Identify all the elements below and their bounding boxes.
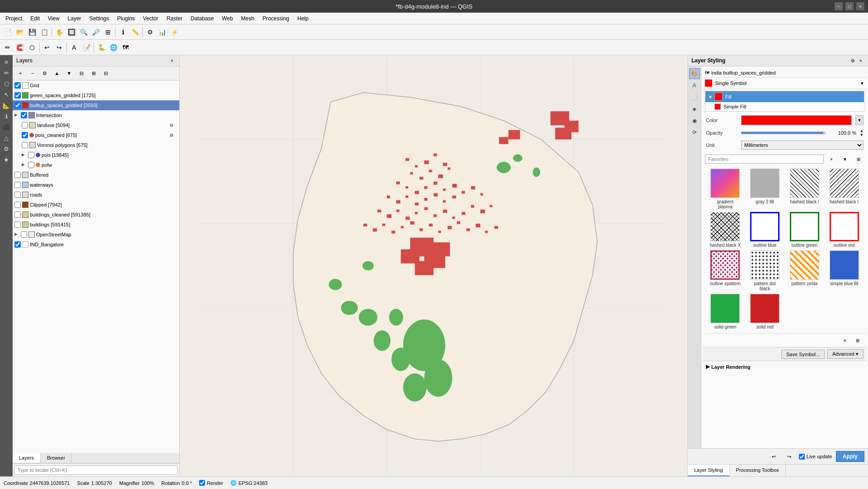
map-area[interactable] xyxy=(180,55,687,476)
ri-3d-button[interactable]: ◈ xyxy=(689,103,700,114)
annotation-button[interactable]: 📝 xyxy=(80,42,92,53)
layer-item-openstreetmap[interactable]: ▶ OpenStreetMap xyxy=(13,230,179,240)
layer-item-buildings[interactable]: buildings [591415] xyxy=(13,220,179,230)
layer-item-pois-cleaned[interactable]: pois_cleaned [675] ⊟ xyxy=(13,130,179,140)
digitize-button[interactable]: ✏ xyxy=(2,42,14,53)
undo-button[interactable]: ↩ xyxy=(41,42,53,53)
sym-hashed-slash[interactable]: hashed black / xyxy=(786,169,823,209)
sidebar-layers-icon[interactable]: ≡ xyxy=(1,57,11,67)
layer-item-waterways[interactable]: waterways xyxy=(13,180,179,190)
menu-vector[interactable]: Vector xyxy=(140,14,162,23)
layer-grid-checkbox[interactable] xyxy=(14,82,21,89)
layer-up-button[interactable]: ▲ xyxy=(51,67,63,79)
layer-item-builtup-spaces[interactable]: builtup_spaces_gridded [3550] xyxy=(13,100,179,110)
close-button[interactable]: × xyxy=(856,2,864,10)
favorites-search-input[interactable] xyxy=(705,155,824,164)
sym-outline-red[interactable]: outline red xyxy=(826,212,863,248)
tab-layer-styling[interactable]: Layer Styling xyxy=(688,465,730,476)
layer-item-landuse[interactable]: landuse [5094] ⊟ xyxy=(13,120,179,130)
sym-zelda[interactable]: pattern zelda xyxy=(786,250,823,291)
layers-panel-close-button[interactable]: × xyxy=(168,57,176,64)
pan-tool-button[interactable]: ✋ xyxy=(53,26,65,38)
sym-grid-view-button[interactable]: ⊞ xyxy=(852,334,863,346)
menu-processing[interactable]: Processing xyxy=(259,14,293,23)
sym-gray3-fill[interactable]: gray 3 fill xyxy=(747,169,784,209)
layer-buildings-cleaned-checkbox[interactable] xyxy=(14,212,21,218)
layer-builtup-spaces-checkbox[interactable] xyxy=(14,102,21,108)
select-button[interactable]: 🔲 xyxy=(65,26,77,38)
sym-solid-green[interactable]: solid green xyxy=(707,294,744,329)
zoom-out-button[interactable]: 🔎 xyxy=(90,26,102,38)
ri-mask-button[interactable]: ⬜ xyxy=(689,92,700,103)
sym-simple-blue[interactable]: simple blue fill xyxy=(826,250,863,291)
favorites-grid-button[interactable]: ⊞ xyxy=(853,153,864,165)
layer-pois-checkbox[interactable] xyxy=(28,152,34,158)
sidebar-geometry-icon[interactable]: △ xyxy=(1,133,11,143)
layer-intersection-checkbox[interactable] xyxy=(21,112,27,118)
sym-outline-blue[interactable]: outline blue xyxy=(747,212,784,248)
sidebar-digitize-icon[interactable]: ✏ xyxy=(1,68,11,78)
render-checkbox[interactable] xyxy=(199,480,205,486)
layer-item-pois[interactable]: ▶ pois [19845] xyxy=(13,150,179,160)
ri-label-button[interactable]: A xyxy=(689,80,700,91)
expand-all-button[interactable]: ⊞ xyxy=(88,67,99,79)
styling-panel-close[interactable]: × xyxy=(857,57,864,64)
open-project-button[interactable]: 📂 xyxy=(14,26,26,38)
opacity-up-arrow[interactable]: ▲▼ xyxy=(860,129,863,137)
layer-properties-icon[interactable]: ⚙ xyxy=(39,67,51,79)
edit-nodes-button[interactable]: ⬡ xyxy=(26,42,38,53)
measure-button[interactable]: 📏 xyxy=(129,26,141,38)
zoom-in-button[interactable]: 🔍 xyxy=(78,26,89,38)
layer-search-input[interactable] xyxy=(14,465,177,475)
sym-hashed-x[interactable]: hashed black X xyxy=(707,212,744,248)
minimize-button[interactable]: − xyxy=(835,2,843,10)
menu-mesh[interactable]: Mesh xyxy=(238,14,258,23)
fill-tree-row-simple[interactable]: Simple Fill xyxy=(705,102,864,111)
sidebar-snap-icon[interactable]: ⬡ xyxy=(1,79,11,89)
layer-item-grid[interactable]: Grid xyxy=(13,80,179,90)
plugin2-button[interactable]: 🌐 xyxy=(107,42,119,53)
sidebar-identify-icon[interactable]: ℹ xyxy=(1,111,11,121)
layer-buildings-checkbox[interactable] xyxy=(14,221,21,228)
menu-layer[interactable]: Layer xyxy=(64,14,85,23)
filter-button[interactable]: ⊟ xyxy=(75,67,87,79)
layer-clipped-checkbox[interactable] xyxy=(14,202,21,208)
save-as-button[interactable]: 📋 xyxy=(38,26,50,38)
apply-button[interactable]: Apply xyxy=(836,451,864,462)
live-update-checkbox[interactable] xyxy=(799,454,805,460)
tab-browser[interactable]: Browser xyxy=(41,453,72,463)
remove-layer-button[interactable]: − xyxy=(27,67,38,79)
layer-buffered-checkbox[interactable] xyxy=(14,172,21,178)
sym-hashed-bslash[interactable]: hashed black \ xyxy=(826,169,863,209)
layer-properties-button[interactable]: ⚙ xyxy=(144,26,156,38)
styling-panel-settings[interactable]: ⚙ xyxy=(849,57,856,64)
tab-layers[interactable]: Layers xyxy=(13,453,41,463)
menu-view[interactable]: View xyxy=(44,14,63,23)
layer-item-buffered[interactable]: Buffered xyxy=(13,170,179,180)
layer-item-clipped[interactable]: Clipped [7942] xyxy=(13,200,179,210)
layer-waterways-checkbox[interactable] xyxy=(14,182,21,188)
menu-database[interactable]: Database xyxy=(187,14,217,23)
layer-item-green-spaces[interactable]: green_spaces_gridded [1725] xyxy=(13,90,179,100)
layer-green-spaces-checkbox[interactable] xyxy=(14,92,21,99)
layer-item-intersection[interactable]: ▶ Intersection xyxy=(13,110,179,120)
ri-diagram-button[interactable]: ◉ xyxy=(689,115,700,126)
menu-settings[interactable]: Settings xyxy=(86,14,112,23)
layer-item-buildings-cleaned[interactable]: buildings_cleaned [591385] xyxy=(13,210,179,220)
layer-voronoi-checkbox[interactable] xyxy=(22,142,28,148)
sidebar-plugin-icon[interactable]: ⚙ xyxy=(1,144,11,154)
collapse-all-button[interactable]: ⊟ xyxy=(100,67,112,79)
menu-web[interactable]: Web xyxy=(218,14,236,23)
layer-down-button[interactable]: ▼ xyxy=(63,67,75,79)
menu-help[interactable]: Help xyxy=(294,14,313,23)
layer-ind-bangalore-checkbox[interactable] xyxy=(14,241,21,248)
sym-list-view-button[interactable]: ≡ xyxy=(839,334,851,346)
plugin1-button[interactable]: 🐍 xyxy=(95,42,107,53)
layer-item-voronoi[interactable]: Voronoi polygons [675] xyxy=(13,140,179,150)
color-dropdown-arrow[interactable]: ▼ xyxy=(855,115,863,125)
sym-gradient-plasma[interactable]: gradient plasma xyxy=(707,169,744,209)
redo-button[interactable]: ↪ xyxy=(53,42,65,53)
ri-history-button[interactable]: ⟳ xyxy=(689,127,700,138)
favorites-menu-button[interactable]: ▼ xyxy=(839,153,851,165)
layer-item-ind-bangalore[interactable]: IND_Bangalore xyxy=(13,240,179,249)
